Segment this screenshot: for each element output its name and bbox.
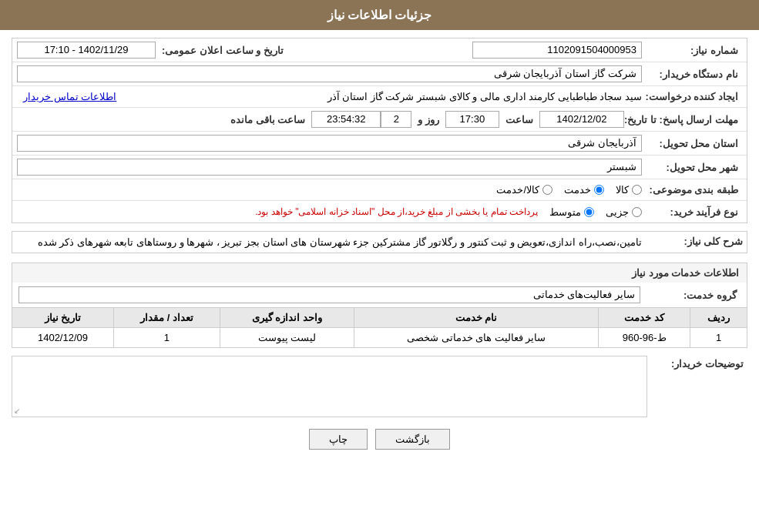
purchase-jozi-radio[interactable]	[632, 207, 642, 217]
delivery-province-label: استان محل تحویل:	[642, 138, 742, 149]
col-unit: واحد اندازه گیری	[220, 308, 354, 328]
purchase-type-radio-group: جزیی متوسط پرداخت تمام یا بخشی از مبلغ خ…	[17, 206, 642, 218]
category-khedmat-radio[interactable]	[594, 185, 604, 195]
category-kala-khedmat-radio[interactable]	[542, 185, 552, 195]
purchase-type-label: نوع فرآیند خرید:	[642, 206, 742, 218]
remaining-label: ساعت باقی مانده	[224, 114, 311, 125]
service-group-row: گروه خدمت: سایر فعالیت‌های خدماتی	[12, 283, 747, 307]
purchase-motovaset-label: متوسط	[549, 206, 581, 218]
buyer-org-row: نام دستگاه خریدار: شرکت گاز استان آذربای…	[12, 62, 747, 86]
delivery-city-label: شهر محل تحویل:	[642, 162, 742, 173]
purchase-type-row: نوع فرآیند خرید: جزیی متوسط پرداخت تمام …	[12, 201, 747, 223]
request-number-row: شماره نیاز: 1102091504000953 تاریخ و ساع…	[12, 38, 747, 62]
print-button[interactable]: چاپ	[309, 429, 368, 450]
announce-date-label: تاریخ و ساعت اعلان عمومی:	[156, 45, 290, 56]
category-row: طبقه بندی موضوعی: کالا خدمت کالا/خدمت	[12, 179, 747, 201]
cell-index: 1	[690, 328, 747, 348]
category-khedmat-label: خدمت	[564, 184, 591, 196]
requester-label: ایجاد کننده درخواست:	[642, 91, 742, 102]
buyer-org-label: نام دستگاه خریدار:	[642, 69, 742, 80]
category-kala-radio[interactable]	[632, 185, 642, 195]
day-value: 2	[381, 111, 411, 128]
buyer-description-label: توضیحات خریدار:	[647, 354, 747, 370]
purchase-note: پرداخت تمام یا بخشی از مبلغ خرید،از محل …	[255, 206, 538, 217]
purchase-motovaset-option: متوسط	[549, 206, 594, 218]
back-button[interactable]: بازگشت	[375, 429, 450, 450]
time-label: ساعت	[499, 114, 539, 125]
category-kala-label: کالا	[616, 184, 629, 196]
delivery-province-value: آذربایجان شرقی	[17, 135, 642, 152]
request-number-label: شماره نیاز:	[642, 45, 742, 56]
request-number-value: 1102091504000953	[472, 42, 642, 59]
requester-contact-link[interactable]: اطلاعات تماس خریدار	[23, 91, 116, 102]
reply-deadline-label: مهلت ارسال پاسخ: تا تاریخ:	[624, 114, 742, 125]
deadline-date-value: 1402/12/02	[539, 111, 624, 128]
col-qty: تعداد / مقدار	[113, 308, 220, 328]
purchase-jozi-option: جزیی	[606, 206, 642, 218]
buyer-org-value: شرکت گاز استان آذربایجان شرقی	[17, 65, 642, 82]
requester-row: ایجاد کننده درخواست: سید سجاد طباطبایی ک…	[12, 86, 747, 108]
delivery-province-row: استان محل تحویل: آذربایجان شرقی	[12, 132, 747, 156]
button-row: بازگشت چاپ	[12, 417, 747, 461]
description-section: شرح کلی نیاز: تامین،نصب،راه اندازی،تعویض…	[12, 231, 747, 253]
service-group-value: سایر فعالیت‌های خدماتی	[18, 286, 640, 303]
info-section: شماره نیاز: 1102091504000953 تاریخ و ساع…	[12, 38, 747, 223]
day-label: روز و	[411, 114, 445, 125]
table-row: 1 ط-96-960 سایر فعالیت های خدماتی شخصی ل…	[12, 328, 747, 348]
purchase-motovaset-radio[interactable]	[584, 207, 594, 217]
description-text: تامین،نصب،راه اندازی،تعویض و ثبت کنتور و…	[12, 232, 646, 253]
service-table-header-row: ردیف کد خدمت نام خدمت واحد اندازه گیری ت…	[12, 308, 747, 328]
category-radio-group: کالا خدمت کالا/خدمت	[17, 184, 642, 196]
description-label: شرح کلی نیاز:	[646, 232, 747, 247]
purchase-jozi-label: جزیی	[606, 206, 629, 218]
col-date: تاریخ نیاز	[12, 308, 114, 328]
cell-code: ط-96-960	[599, 328, 690, 348]
page-title: جزئیات اطلاعات نیاز	[327, 8, 432, 22]
resize-icon: ↙	[14, 407, 20, 415]
col-name: نام خدمت	[354, 308, 598, 328]
category-kala-khedmat-option: کالا/خدمت	[496, 184, 552, 196]
col-index: ردیف	[690, 308, 747, 328]
category-khedmat-option: خدمت	[564, 184, 604, 196]
remaining-value: 23:54:32	[311, 111, 381, 128]
cell-date: 1402/12/09	[12, 328, 114, 348]
requester-value: سید سجاد طباطبایی کارمند اداری مالی و کا…	[123, 91, 642, 102]
category-kala-option: کالا	[616, 184, 642, 196]
col-code: کد خدمت	[599, 308, 690, 328]
category-kala-khedmat-label: کالا/خدمت	[496, 184, 539, 196]
cell-qty: 1	[113, 328, 220, 348]
reply-deadline-row: مهلت ارسال پاسخ: تا تاریخ: 1402/12/02 سا…	[12, 108, 747, 132]
cell-unit: لیست پیوست	[220, 328, 354, 348]
announce-date-value: 1402/11/29 - 17:10	[17, 42, 156, 59]
service-section-title: اطلاعات خدمات مورد نیاز	[12, 263, 747, 283]
service-group-label: گروه خدمت:	[640, 289, 741, 301]
category-label: طبقه بندی موضوعی:	[642, 184, 742, 196]
delivery-city-row: شهر محل تحویل: شبستر	[12, 156, 747, 179]
buyer-description-container: توضیحات خریدار: ↙	[12, 354, 747, 417]
page-header: جزئیات اطلاعات نیاز	[0, 0, 759, 30]
buyer-description-box: ↙	[12, 356, 647, 417]
cell-name: سایر فعالیت های خدماتی شخصی	[354, 328, 598, 348]
delivery-city-value: شبستر	[17, 159, 642, 176]
deadline-time-value: 17:30	[445, 111, 499, 128]
service-table: ردیف کد خدمت نام خدمت واحد اندازه گیری ت…	[12, 307, 747, 348]
